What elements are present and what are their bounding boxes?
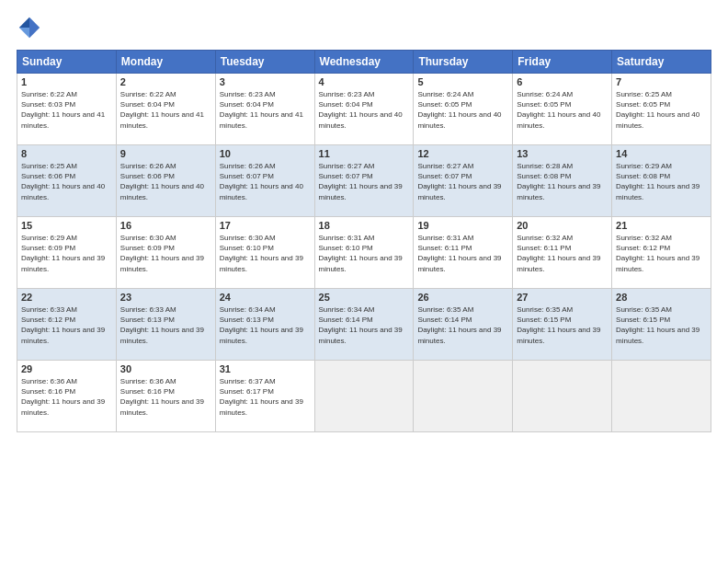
calendar-cell-2: 2Sunrise: 6:22 AMSunset: 6:04 PMDaylight… bbox=[116, 74, 215, 145]
calendar-week-4: 22Sunrise: 6:33 AMSunset: 6:12 PMDayligh… bbox=[17, 289, 711, 361]
calendar-cell-27: 27Sunrise: 6:35 AMSunset: 6:15 PMDayligh… bbox=[513, 289, 612, 361]
calendar-week-1: 1Sunrise: 6:22 AMSunset: 6:03 PMDaylight… bbox=[17, 74, 711, 145]
weekday-header-monday: Monday bbox=[116, 51, 215, 74]
calendar-cell-24: 24Sunrise: 6:34 AMSunset: 6:13 PMDayligh… bbox=[215, 289, 314, 361]
calendar-cell-7: 7Sunrise: 6:25 AMSunset: 6:05 PMDaylight… bbox=[612, 74, 711, 145]
calendar-cell-26: 26Sunrise: 6:35 AMSunset: 6:14 PMDayligh… bbox=[414, 289, 513, 361]
top-section bbox=[17, 15, 711, 40]
calendar-cell-empty bbox=[414, 361, 513, 432]
calendar-cell-5: 5Sunrise: 6:24 AMSunset: 6:05 PMDaylight… bbox=[414, 74, 513, 145]
calendar-cell-20: 20Sunrise: 6:32 AMSunset: 6:11 PMDayligh… bbox=[513, 217, 612, 289]
calendar-cell-6: 6Sunrise: 6:24 AMSunset: 6:05 PMDaylight… bbox=[513, 74, 612, 145]
calendar-cell-17: 17Sunrise: 6:30 AMSunset: 6:10 PMDayligh… bbox=[215, 217, 314, 289]
calendar-cell-28: 28Sunrise: 6:35 AMSunset: 6:15 PMDayligh… bbox=[612, 289, 711, 361]
calendar-cell-empty bbox=[314, 361, 414, 432]
calendar-cell-22: 22Sunrise: 6:33 AMSunset: 6:12 PMDayligh… bbox=[17, 289, 117, 361]
calendar-cell-13: 13Sunrise: 6:28 AMSunset: 6:08 PMDayligh… bbox=[513, 145, 612, 217]
calendar-table: SundayMondayTuesdayWednesdayThursdayFrid… bbox=[17, 50, 711, 432]
logo-icon bbox=[17, 15, 42, 40]
calendar-cell-15: 15Sunrise: 6:29 AMSunset: 6:09 PMDayligh… bbox=[17, 217, 117, 289]
calendar-cell-12: 12Sunrise: 6:27 AMSunset: 6:07 PMDayligh… bbox=[414, 145, 513, 217]
svg-marker-0 bbox=[29, 17, 40, 28]
calendar-cell-10: 10Sunrise: 6:26 AMSunset: 6:07 PMDayligh… bbox=[215, 145, 314, 217]
calendar-cell-14: 14Sunrise: 6:29 AMSunset: 6:08 PMDayligh… bbox=[612, 145, 711, 217]
calendar-cell-9: 9Sunrise: 6:26 AMSunset: 6:06 PMDaylight… bbox=[116, 145, 215, 217]
weekday-header-tuesday: Tuesday bbox=[215, 51, 314, 74]
weekday-header-wednesday: Wednesday bbox=[314, 51, 414, 74]
calendar-cell-1: 1Sunrise: 6:22 AMSunset: 6:03 PMDaylight… bbox=[17, 74, 117, 145]
calendar-cell-11: 11Sunrise: 6:27 AMSunset: 6:07 PMDayligh… bbox=[314, 145, 414, 217]
calendar-cell-23: 23Sunrise: 6:33 AMSunset: 6:13 PMDayligh… bbox=[116, 289, 215, 361]
calendar-cell-25: 25Sunrise: 6:34 AMSunset: 6:14 PMDayligh… bbox=[314, 289, 414, 361]
calendar-cell-18: 18Sunrise: 6:31 AMSunset: 6:10 PMDayligh… bbox=[314, 217, 414, 289]
calendar-cell-empty bbox=[612, 361, 711, 432]
weekday-header-friday: Friday bbox=[513, 51, 612, 74]
calendar-cell-29: 29Sunrise: 6:36 AMSunset: 6:16 PMDayligh… bbox=[17, 361, 117, 432]
calendar-cell-30: 30Sunrise: 6:36 AMSunset: 6:16 PMDayligh… bbox=[116, 361, 215, 432]
calendar-cell-8: 8Sunrise: 6:25 AMSunset: 6:06 PMDaylight… bbox=[17, 145, 117, 217]
weekday-header-saturday: Saturday bbox=[612, 51, 711, 74]
calendar-cell-16: 16Sunrise: 6:30 AMSunset: 6:09 PMDayligh… bbox=[116, 217, 215, 289]
svg-marker-3 bbox=[29, 28, 40, 38]
calendar-cell-19: 19Sunrise: 6:31 AMSunset: 6:11 PMDayligh… bbox=[414, 217, 513, 289]
weekday-header-thursday: Thursday bbox=[414, 51, 513, 74]
calendar-cell-4: 4Sunrise: 6:23 AMSunset: 6:04 PMDaylight… bbox=[314, 74, 414, 145]
weekday-header-row: SundayMondayTuesdayWednesdayThursdayFrid… bbox=[17, 51, 711, 74]
logo bbox=[17, 15, 46, 40]
svg-marker-2 bbox=[19, 28, 29, 38]
calendar-cell-21: 21Sunrise: 6:32 AMSunset: 6:12 PMDayligh… bbox=[612, 217, 711, 289]
calendar-week-3: 15Sunrise: 6:29 AMSunset: 6:09 PMDayligh… bbox=[17, 217, 711, 289]
calendar-week-5: 29Sunrise: 6:36 AMSunset: 6:16 PMDayligh… bbox=[17, 361, 711, 432]
calendar-cell-31: 31Sunrise: 6:37 AMSunset: 6:17 PMDayligh… bbox=[215, 361, 314, 432]
calendar-cell-empty bbox=[513, 361, 612, 432]
svg-marker-1 bbox=[19, 17, 29, 28]
calendar-week-2: 8Sunrise: 6:25 AMSunset: 6:06 PMDaylight… bbox=[17, 145, 711, 217]
calendar-cell-3: 3Sunrise: 6:23 AMSunset: 6:04 PMDaylight… bbox=[215, 74, 314, 145]
page: SundayMondayTuesdayWednesdayThursdayFrid… bbox=[0, 0, 728, 563]
weekday-header-sunday: Sunday bbox=[17, 51, 117, 74]
